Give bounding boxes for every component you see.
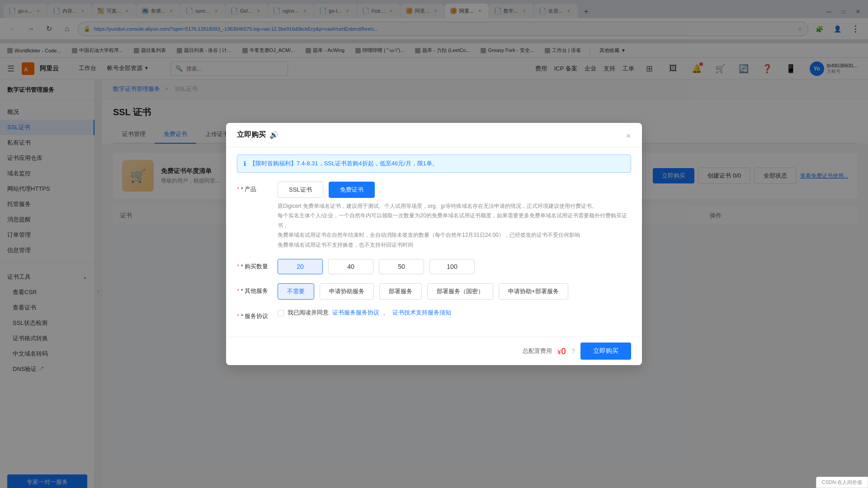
qty-control: 20 40 50 100 [278, 259, 631, 274]
service-label: * 其他服务 [237, 283, 278, 295]
product-option-group: SSL证书 免费证书 [278, 182, 631, 198]
service-control: 不需要 申请协助服务 部署服务 部署服务（国密） 申请协助+部署服务 [278, 283, 631, 300]
speaker-icon: 🔊 [269, 131, 278, 139]
modal-footer: 总配置费用 ¥0 ? 立即购买 [226, 337, 642, 365]
agreement-text: 我已阅读并同意 [288, 309, 329, 317]
modal-body: ℹ 【限时首购福利】7.4-8.31，SSL证书首购4折起，低至46元/月，限1… [226, 147, 642, 337]
agreement-label: * 服务协议 [237, 309, 278, 320]
service-deploy-btn[interactable]: 部署服务 [379, 283, 422, 300]
notice-bar: ℹ 【限时首购福利】7.4-8.31，SSL证书首购4折起，低至46元/月，限1… [237, 155, 631, 173]
modal-buy-btn[interactable]: 立即购买 [580, 343, 631, 360]
price-label: 总配置费用 [523, 347, 552, 355]
agreement-control: 我已阅读并同意 证书服务服务协议 、 证书技术支持服务须知 [278, 309, 631, 317]
info-icon: ℹ [244, 160, 246, 167]
notice-text: 【限时首购福利】7.4-8.31，SSL证书首购4折起，低至46元/月，限1单。 [250, 160, 438, 168]
price-value: ¥0 [557, 346, 566, 357]
agreement-link-0[interactable]: 证书服务服务协议 [332, 309, 379, 317]
modal-overlay[interactable]: 立即购买 🔊 × ℹ 【限时首购福利】7.4-8.31，SSL证书首购4折起，低… [0, 0, 868, 488]
service-apply-assist-btn[interactable]: 申请协助服务 [320, 283, 374, 300]
form-row-agreement: * 服务协议 我已阅读并同意 证书服务服务协议 、 证书技术支持服务须知 [237, 309, 631, 320]
csdn-bar: CSDN·在人间价值 [816, 477, 868, 488]
qty-btn-100[interactable]: 100 [429, 259, 475, 274]
product-control: SSL证书 免费证书 原Digicert 免费单域名证书，建议用于测试、个人试用… [278, 182, 631, 250]
form-row-product: * 产品 SSL证书 免费证书 原Digicert 免费单域名证书，建议用于测试… [237, 182, 631, 250]
help-question-icon[interactable]: ? [571, 347, 575, 355]
qty-btn-50[interactable]: 50 [379, 259, 424, 274]
agreement-checkbox[interactable] [278, 310, 284, 316]
qty-btn-20[interactable]: 20 [278, 259, 323, 274]
modal-title: 立即购买 [237, 130, 266, 140]
product-free-cert-btn[interactable]: 免费证书 [329, 182, 375, 198]
qty-option-group: 20 40 50 100 [278, 259, 631, 274]
form-row-qty: * 购买数量 20 40 50 100 [237, 259, 631, 274]
form-row-service: * 其他服务 不需要 申请协助服务 部署服务 部署服务（国密） 申请协助+部署服… [237, 283, 631, 300]
csdn-text: CSDN·在人间价值 [822, 479, 862, 485]
agreement-link-1[interactable]: 证书技术支持服务须知 [392, 309, 451, 317]
modal-header: 立即购买 🔊 × [226, 123, 642, 147]
purchase-modal: 立即购买 🔊 × ℹ 【限时首购福利】7.4-8.31，SSL证书首购4折起，低… [226, 123, 642, 366]
service-option-group: 不需要 申请协助服务 部署服务 部署服务（国密） 申请协助+部署服务 [278, 283, 631, 300]
agreement-sep: 、 [383, 309, 389, 317]
service-none-btn[interactable]: 不需要 [278, 283, 314, 300]
price-number: 0 [561, 346, 566, 356]
service-deploy-cn-btn[interactable]: 部署服务（国密） [427, 283, 493, 300]
price-currency: ¥ [557, 348, 561, 356]
product-label: * 产品 [237, 182, 278, 193]
qty-btn-40[interactable]: 40 [328, 259, 373, 274]
qty-label: * 购买数量 [237, 259, 278, 271]
modal-close-button[interactable]: × [622, 130, 635, 143]
product-description: 原Digicert 免费单域名证书，建议用于测试、个人试用等场景，org、jp等… [278, 202, 631, 250]
service-apply-deploy-btn[interactable]: 申请协助+部署服务 [499, 283, 568, 300]
product-ssl-cert-btn[interactable]: SSL证书 [278, 182, 323, 198]
